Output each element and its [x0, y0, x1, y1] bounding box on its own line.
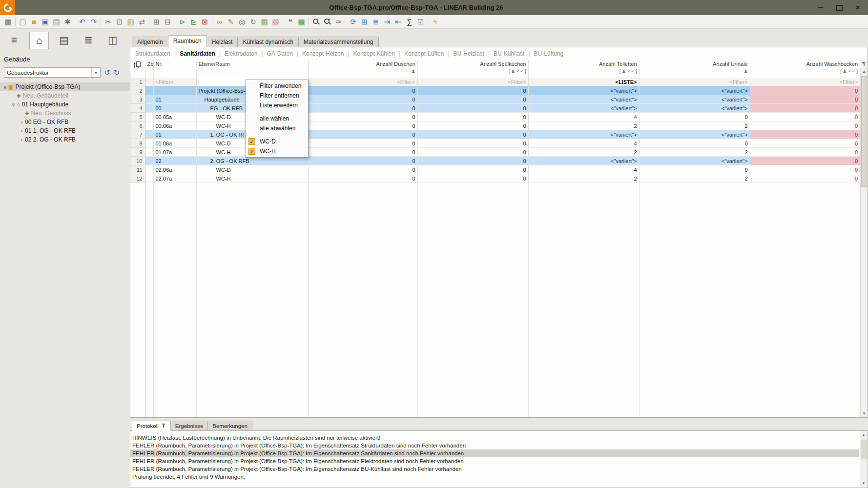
- cell-anzahl-spuelkuechen[interactable]: 0: [417, 174, 528, 183]
- tree-item-02-2-og-ok-rfb[interactable]: ›02 2. OG - OK RFB: [0, 135, 130, 144]
- subtab-konzept-lüften[interactable]: Konzept-Lüften: [404, 50, 444, 57]
- screen-icon[interactable]: ⊟: [162, 17, 173, 27]
- subtab-konzept-kühlen[interactable]: Konzept-Kühlen: [353, 50, 395, 57]
- cell-anzahl-spuelkuechen[interactable]: 0: [417, 104, 528, 113]
- cell-anzahl-spuelkuechen[interactable]: 0: [417, 157, 528, 165]
- cell-zb[interactable]: [145, 148, 153, 157]
- comment-icon[interactable]: ❝: [285, 17, 296, 27]
- table-row[interactable]: 1102.06aWC-D00400: [130, 165, 860, 174]
- cell-anzahl-urinale[interactable]: 0: [639, 165, 750, 174]
- sheet-pink-icon[interactable]: ▧: [270, 17, 281, 27]
- cell-anzahl-urinale[interactable]: <"variiert">: [639, 95, 750, 104]
- sum-icon[interactable]: ∑: [404, 17, 415, 27]
- cell-zb[interactable]: [145, 113, 153, 122]
- subtab-sanitärdaten[interactable]: Sanitärdaten: [180, 50, 215, 57]
- cell-anzahl-toiletten[interactable]: 2: [528, 148, 639, 157]
- cell-nr[interactable]: 02.07a: [153, 174, 196, 183]
- cell-nr[interactable]: 02.06a: [153, 165, 196, 174]
- tab-kühllast-dynamisch[interactable]: Kühllast dynamisch: [237, 37, 298, 47]
- cell-anzahl-waschbecken[interactable]: 0: [750, 165, 860, 174]
- cell-anzahl-urinale[interactable]: 2: [639, 122, 750, 130]
- tree-item-neu-geschoss[interactable]: ✚Neu: Geschoss: [0, 109, 130, 118]
- cell-anzahl-waschbecken[interactable]: 0: [750, 130, 860, 139]
- tree-item-projekt-office-bsp-tga[interactable]: ∨▣Projekt (Office-Bsp-TGA): [0, 82, 130, 91]
- column-header-urinale[interactable]: Anzahl Urinale♟: [639, 60, 750, 78]
- list-view-icon[interactable]: ≣: [370, 17, 381, 27]
- table-row[interactable]: 801.06aWC-D00400: [130, 139, 860, 148]
- cell-anzahl-duschen[interactable]: 0: [308, 157, 417, 165]
- expand-arrow-icon[interactable]: ›: [19, 120, 25, 125]
- redo-icon[interactable]: ↷: [88, 17, 99, 27]
- tab-allgemein[interactable]: Allgemein: [132, 37, 168, 47]
- filter-cell-duschen[interactable]: <Filter>: [308, 78, 417, 86]
- filter-cell-zb[interactable]: [145, 78, 153, 86]
- cell-anzahl-waschbecken[interactable]: 0: [750, 113, 860, 122]
- filter-cell-urinale[interactable]: <Filter>: [639, 78, 750, 86]
- cell-anzahl-duschen[interactable]: 0: [308, 86, 417, 95]
- calculate-flash-icon[interactable]: ϟ: [430, 17, 441, 27]
- cell-anzahl-duschen[interactable]: 0: [308, 139, 417, 148]
- cell-anzahl-duschen[interactable]: 0: [308, 104, 417, 113]
- log-scroll-up-icon[interactable]: [860, 431, 867, 439]
- cell-nr[interactable]: [153, 86, 196, 95]
- menu-item-filter-anwenden[interactable]: Filter anwenden: [246, 81, 308, 91]
- copy-icon[interactable]: ⊡: [114, 17, 125, 27]
- cell-anzahl-spuelkuechen[interactable]: 0: [417, 95, 528, 104]
- cell-anzahl-duschen[interactable]: 0: [308, 148, 417, 157]
- cell-zb[interactable]: [145, 86, 153, 95]
- list-view-icon[interactable]: ▤: [55, 32, 73, 48]
- save-icon[interactable]: ▣: [40, 17, 51, 27]
- cell-nr[interactable]: 02: [153, 157, 196, 165]
- cell-anzahl-toiletten[interactable]: 4: [528, 139, 639, 148]
- tree-item-00-eg-ok-rfb[interactable]: ›00 EG - OK RFB: [0, 118, 130, 126]
- color-picker-icon[interactable]: ✑: [333, 17, 344, 27]
- column-header-spuelkuechen[interactable]: Anzahl Spülküchen[ ♟ ✓✓ ]: [417, 60, 528, 78]
- cell-anzahl-spuelkuechen[interactable]: 0: [417, 122, 528, 130]
- sheet-forward-icon[interactable]: ⊳: [177, 17, 188, 27]
- subtab-bu-heizlast[interactable]: BU-Heizlast: [454, 50, 484, 57]
- subtab-ga-daten[interactable]: GA-Daten: [267, 50, 293, 57]
- cell-anzahl-waschbecken[interactable]: 0: [750, 122, 860, 130]
- cell-nr[interactable]: 01: [153, 130, 196, 139]
- menu-item-liste-erweitern[interactable]: Liste erweitern: [246, 101, 308, 110]
- table-row[interactable]: 400EG - OK RFB00<"variiert"><"variiert">…: [130, 104, 860, 113]
- table-row[interactable]: 600.06aWC-H00220: [130, 122, 860, 130]
- scroll-thumb[interactable]: [861, 76, 867, 187]
- table-row[interactable]: 2Projekt (Office-Bsp-TGA)00<"variiert"><…: [130, 86, 860, 95]
- screen-check-icon[interactable]: ☑: [415, 17, 426, 27]
- table-row[interactable]: 10022. OG - OK RFB00<"variiert"><"variie…: [130, 157, 860, 165]
- cell-nr[interactable]: 01: [153, 95, 196, 104]
- subtab-elektrodaten[interactable]: Elektrodaten: [225, 50, 257, 57]
- cell-anzahl-toiletten[interactable]: <"variiert">: [528, 130, 639, 139]
- cell-zb[interactable]: [145, 165, 153, 174]
- cell-anzahl-toiletten[interactable]: 4: [528, 113, 639, 122]
- maximize-button[interactable]: [836, 4, 843, 11]
- cell-anzahl-urinale[interactable]: 0: [639, 139, 750, 148]
- cell-anzahl-duschen[interactable]: 0: [308, 113, 417, 122]
- menu-item-alle-abwählen[interactable]: alle abwählen: [246, 123, 308, 133]
- subtab-bu-lüftung[interactable]: BU-Lüftung: [534, 50, 564, 57]
- subtab-bu-kühllast[interactable]: BU-Kühllast: [494, 50, 524, 57]
- swap-icon[interactable]: ⇄: [136, 17, 147, 27]
- app-menu-icon[interactable]: ▦: [2, 17, 14, 27]
- column-header-raum[interactable]: Ebene/Raum: [196, 60, 308, 78]
- zoom-selection-icon[interactable]: +: [322, 17, 333, 27]
- cell-ebene-raum[interactable]: WC-D: [196, 165, 308, 174]
- scroll-down-icon[interactable]: [861, 410, 868, 417]
- undo-icon[interactable]: ↶: [77, 17, 88, 27]
- cell-anzahl-duschen[interactable]: 0: [308, 122, 417, 130]
- cell-anzahl-spuelkuechen[interactable]: 0: [417, 148, 528, 157]
- cell-nr[interactable]: 00.06a: [153, 122, 196, 130]
- log-line[interactable]: FEHLER (Raumbuch, Parametrisierung) in P…: [130, 457, 859, 465]
- column-header-waschbecken[interactable]: Anzahl Waschbecken[ ♟ ✓✓ ]: [750, 60, 860, 78]
- tab-protokoll[interactable]: Protokoll: [132, 421, 171, 431]
- cell-anzahl-waschbecken[interactable]: 0: [750, 95, 860, 104]
- cell-zb[interactable]: [145, 139, 153, 148]
- cell-anzahl-spuelkuechen[interactable]: 0: [417, 130, 528, 139]
- table-row[interactable]: 1202.07aWC-H00220: [130, 174, 860, 183]
- tree-item-01-1-og-ok-rfb[interactable]: ›01 1. OG - OK RFB: [0, 126, 130, 135]
- cell-zb[interactable]: [145, 130, 153, 139]
- structure-dropdown[interactable]: Gebäudestruktur ▾: [4, 67, 101, 78]
- cell-anzahl-toiletten[interactable]: 2: [528, 122, 639, 130]
- print-icon[interactable]: ▤: [51, 17, 62, 27]
